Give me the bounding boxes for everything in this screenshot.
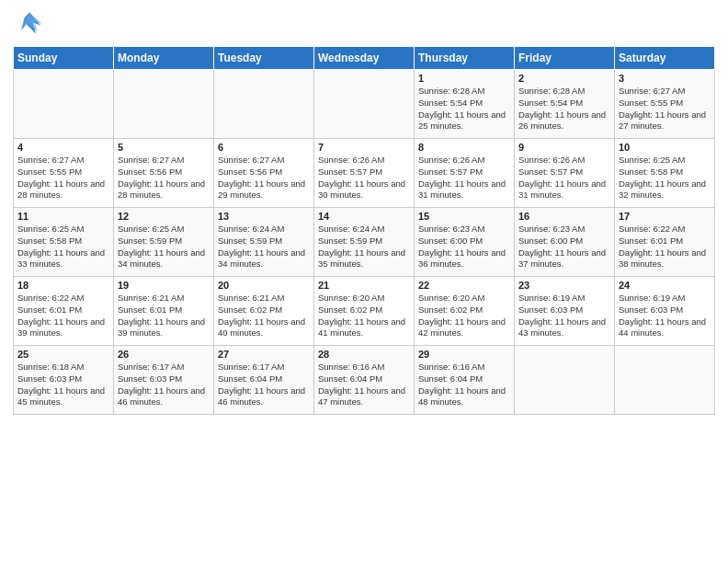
day-number: 2 [518, 73, 610, 84]
day-cell: 11Sunrise: 6:25 AMSunset: 5:58 PMDayligh… [14, 208, 114, 277]
day-number: 3 [619, 73, 711, 84]
day-info: Sunrise: 6:19 AMSunset: 6:03 PMDaylight:… [619, 293, 711, 339]
day-number: 1 [418, 73, 510, 84]
logo [13, 9, 44, 39]
day-info: Sunrise: 6:28 AMSunset: 5:54 PMDaylight:… [418, 86, 510, 132]
day-info: Sunrise: 6:16 AMSunset: 6:04 PMDaylight:… [318, 362, 410, 408]
day-info: Sunrise: 6:27 AMSunset: 5:56 PMDaylight:… [218, 155, 310, 201]
day-info: Sunrise: 6:23 AMSunset: 6:00 PMDaylight:… [418, 224, 510, 270]
day-number: 16 [518, 211, 610, 222]
day-info: Sunrise: 6:20 AMSunset: 6:02 PMDaylight:… [318, 293, 410, 339]
day-info: Sunrise: 6:21 AMSunset: 6:01 PMDaylight:… [118, 293, 210, 339]
day-number: 28 [318, 349, 410, 360]
day-cell: 5Sunrise: 6:27 AMSunset: 5:56 PMDaylight… [114, 139, 214, 208]
day-info: Sunrise: 6:26 AMSunset: 5:57 PMDaylight:… [418, 155, 510, 201]
week-row-5: 25Sunrise: 6:18 AMSunset: 6:03 PMDayligh… [14, 346, 715, 415]
day-number: 12 [118, 211, 210, 222]
day-cell [214, 70, 314, 139]
day-info: Sunrise: 6:25 AMSunset: 5:58 PMDaylight:… [619, 155, 711, 201]
day-cell: 15Sunrise: 6:23 AMSunset: 6:00 PMDayligh… [415, 208, 515, 277]
day-info: Sunrise: 6:20 AMSunset: 6:02 PMDaylight:… [418, 293, 510, 339]
day-cell: 7Sunrise: 6:26 AMSunset: 5:57 PMDaylight… [314, 139, 415, 208]
day-number: 23 [518, 280, 610, 291]
day-info: Sunrise: 6:25 AMSunset: 5:58 PMDaylight:… [17, 224, 109, 270]
day-number: 25 [17, 349, 109, 360]
day-number: 15 [418, 211, 510, 222]
day-cell: 21Sunrise: 6:20 AMSunset: 6:02 PMDayligh… [314, 277, 415, 346]
day-cell: 23Sunrise: 6:19 AMSunset: 6:03 PMDayligh… [515, 277, 615, 346]
day-cell: 13Sunrise: 6:24 AMSunset: 5:59 PMDayligh… [214, 208, 314, 277]
week-row-1: 1Sunrise: 6:28 AMSunset: 5:54 PMDaylight… [14, 70, 715, 139]
header-row: SundayMondayTuesdayWednesdayThursdayFrid… [14, 47, 715, 70]
day-cell [14, 70, 114, 139]
day-info: Sunrise: 6:26 AMSunset: 5:57 PMDaylight:… [318, 155, 410, 201]
day-cell: 2Sunrise: 6:28 AMSunset: 5:54 PMDaylight… [515, 70, 615, 139]
day-number: 7 [318, 142, 410, 153]
day-cell: 18Sunrise: 6:22 AMSunset: 6:01 PMDayligh… [14, 277, 114, 346]
day-cell: 29Sunrise: 6:16 AMSunset: 6:04 PMDayligh… [415, 346, 515, 415]
day-number: 20 [218, 280, 310, 291]
day-info: Sunrise: 6:27 AMSunset: 5:56 PMDaylight:… [118, 155, 210, 201]
day-info: Sunrise: 6:26 AMSunset: 5:57 PMDaylight:… [518, 155, 610, 201]
col-header-friday: Friday [515, 47, 615, 70]
day-cell: 24Sunrise: 6:19 AMSunset: 6:03 PMDayligh… [615, 277, 715, 346]
day-info: Sunrise: 6:17 AMSunset: 6:04 PMDaylight:… [218, 362, 310, 408]
day-cell: 27Sunrise: 6:17 AMSunset: 6:04 PMDayligh… [214, 346, 314, 415]
day-cell: 20Sunrise: 6:21 AMSunset: 6:02 PMDayligh… [214, 277, 314, 346]
day-info: Sunrise: 6:22 AMSunset: 6:01 PMDaylight:… [619, 224, 711, 270]
col-header-wednesday: Wednesday [314, 47, 415, 70]
day-number: 22 [418, 280, 510, 291]
day-cell: 25Sunrise: 6:18 AMSunset: 6:03 PMDayligh… [14, 346, 114, 415]
day-number: 17 [619, 211, 711, 222]
day-info: Sunrise: 6:21 AMSunset: 6:02 PMDaylight:… [218, 293, 310, 339]
day-number: 9 [518, 142, 610, 153]
day-number: 13 [218, 211, 310, 222]
day-cell: 17Sunrise: 6:22 AMSunset: 6:01 PMDayligh… [615, 208, 715, 277]
day-cell: 4Sunrise: 6:27 AMSunset: 5:55 PMDaylight… [14, 139, 114, 208]
day-cell: 22Sunrise: 6:20 AMSunset: 6:02 PMDayligh… [415, 277, 515, 346]
day-number: 21 [318, 280, 410, 291]
day-number: 4 [17, 142, 109, 153]
day-number: 24 [619, 280, 711, 291]
header [13, 9, 715, 39]
day-info: Sunrise: 6:28 AMSunset: 5:54 PMDaylight:… [518, 86, 610, 132]
day-info: Sunrise: 6:22 AMSunset: 6:01 PMDaylight:… [17, 293, 109, 339]
logo-bird-icon [15, 9, 44, 39]
day-info: Sunrise: 6:24 AMSunset: 5:59 PMDaylight:… [318, 224, 410, 270]
day-cell [114, 70, 214, 139]
day-cell: 8Sunrise: 6:26 AMSunset: 5:57 PMDaylight… [415, 139, 515, 208]
col-header-monday: Monday [114, 47, 214, 70]
day-number: 8 [418, 142, 510, 153]
page: SundayMondayTuesdayWednesdayThursdayFrid… [0, 0, 728, 563]
day-cell: 26Sunrise: 6:17 AMSunset: 6:03 PMDayligh… [114, 346, 214, 415]
day-number: 19 [118, 280, 210, 291]
day-info: Sunrise: 6:18 AMSunset: 6:03 PMDaylight:… [17, 362, 109, 408]
day-cell: 28Sunrise: 6:16 AMSunset: 6:04 PMDayligh… [314, 346, 415, 415]
day-cell: 6Sunrise: 6:27 AMSunset: 5:56 PMDaylight… [214, 139, 314, 208]
day-info: Sunrise: 6:27 AMSunset: 5:55 PMDaylight:… [17, 155, 109, 201]
week-row-3: 11Sunrise: 6:25 AMSunset: 5:58 PMDayligh… [14, 208, 715, 277]
day-number: 14 [318, 211, 410, 222]
day-number: 10 [619, 142, 711, 153]
day-number: 5 [118, 142, 210, 153]
day-cell: 12Sunrise: 6:25 AMSunset: 5:59 PMDayligh… [114, 208, 214, 277]
day-info: Sunrise: 6:17 AMSunset: 6:03 PMDaylight:… [118, 362, 210, 408]
calendar-table: SundayMondayTuesdayWednesdayThursdayFrid… [13, 46, 715, 415]
day-cell: 14Sunrise: 6:24 AMSunset: 5:59 PMDayligh… [314, 208, 415, 277]
day-number: 11 [17, 211, 109, 222]
day-number: 29 [418, 349, 510, 360]
day-cell: 3Sunrise: 6:27 AMSunset: 5:55 PMDaylight… [615, 70, 715, 139]
col-header-saturday: Saturday [615, 47, 715, 70]
col-header-tuesday: Tuesday [214, 47, 314, 70]
day-cell: 16Sunrise: 6:23 AMSunset: 6:00 PMDayligh… [515, 208, 615, 277]
day-info: Sunrise: 6:23 AMSunset: 6:00 PMDaylight:… [518, 224, 610, 270]
day-number: 27 [218, 349, 310, 360]
day-info: Sunrise: 6:27 AMSunset: 5:55 PMDaylight:… [619, 86, 711, 132]
day-number: 18 [17, 280, 109, 291]
week-row-4: 18Sunrise: 6:22 AMSunset: 6:01 PMDayligh… [14, 277, 715, 346]
day-cell: 9Sunrise: 6:26 AMSunset: 5:57 PMDaylight… [515, 139, 615, 208]
day-cell [515, 346, 615, 415]
day-number: 6 [218, 142, 310, 153]
day-info: Sunrise: 6:16 AMSunset: 6:04 PMDaylight:… [418, 362, 510, 408]
day-cell: 10Sunrise: 6:25 AMSunset: 5:58 PMDayligh… [615, 139, 715, 208]
